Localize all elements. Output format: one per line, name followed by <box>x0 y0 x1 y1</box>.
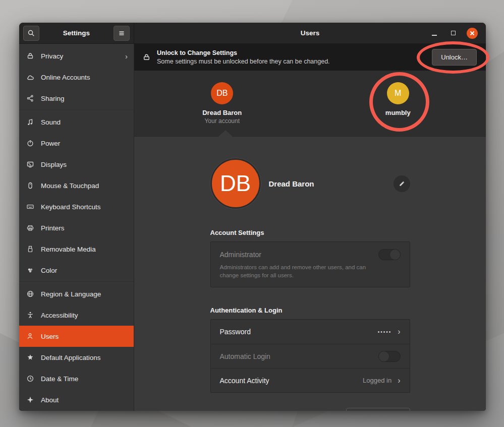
sidebar-item-printers[interactable]: Printers <box>19 217 134 238</box>
sparkle-icon <box>26 396 34 404</box>
sidebar-item-default-applications[interactable]: Default Applications <box>19 347 134 368</box>
sidebar-item-label: Removable Media <box>41 246 128 253</box>
window-controls <box>429 23 478 43</box>
lock-icon <box>26 52 34 60</box>
administrator-toggle[interactable] <box>378 249 401 260</box>
password-value: ••••• <box>378 329 392 335</box>
unlock-banner-text: Unlock to Change Settings Some settings … <box>157 49 330 66</box>
chevron-right-icon: › <box>398 377 400 385</box>
sidebar-item-label: Accessibility <box>41 312 128 319</box>
sidebar-item-region-language[interactable]: Region & Language <box>19 283 134 304</box>
sidebar-item-label: Sharing <box>41 95 128 102</box>
sidebar-item-about[interactable]: About <box>19 389 134 410</box>
toggle-knob <box>389 249 401 260</box>
sidebar-item-label: Keyboard Shortcuts <box>41 203 128 211</box>
primary-menu-button[interactable] <box>114 26 130 41</box>
administrator-label: Administrator <box>220 251 261 259</box>
close-button[interactable] <box>467 28 478 39</box>
sidebar-item-privacy[interactable]: Privacy › <box>19 45 134 67</box>
unlock-button[interactable]: Unlock… <box>432 49 477 66</box>
automatic-login-row: Automatic Login <box>211 344 410 368</box>
titlebar: Users <box>134 23 486 44</box>
administrator-row: Administrator Administrators can add and… <box>211 242 410 287</box>
pencil-icon <box>398 180 406 188</box>
edit-name-button[interactable] <box>394 175 410 192</box>
settings-window: Settings Users Privacy <box>19 23 486 411</box>
sidebar-item-label: Date & Time <box>41 375 128 383</box>
password-row[interactable]: Password ••••• › <box>211 320 410 344</box>
sidebar-item-keyboard-shortcuts[interactable]: Keyboard Shortcuts <box>19 196 134 217</box>
carousel-user-mumbly[interactable]: M mumbly <box>353 82 443 116</box>
account-settings-heading: Account Settings <box>210 229 410 236</box>
sidebar-item-online-accounts[interactable]: Online Accounts <box>19 67 134 88</box>
sidebar-item-label: Online Accounts <box>41 74 128 81</box>
sidebar-item-sharing[interactable]: Sharing <box>19 88 134 109</box>
remove-user-button[interactable]: Remove User… <box>346 408 410 411</box>
minimize-button[interactable] <box>429 28 439 38</box>
sidebar-item-label: Printers <box>41 224 128 232</box>
accessibility-person-icon <box>26 311 34 319</box>
color-dots-icon <box>26 266 34 274</box>
sidebar-item-mouse-touchpad[interactable]: Mouse & Touchpad <box>19 175 134 196</box>
profile-avatar[interactable]: DB <box>210 158 261 209</box>
globe-icon <box>26 290 34 298</box>
password-label: Password <box>220 328 251 336</box>
sidebar-item-label: Users <box>41 333 128 340</box>
lock-icon <box>142 53 151 62</box>
users-panel: Unlock to Change Settings Some settings … <box>134 44 486 411</box>
person-icon <box>26 332 34 340</box>
sidebar-item-label: Region & Language <box>41 290 128 298</box>
account-activity-row[interactable]: Account Activity Logged in › <box>211 368 410 392</box>
cloud-icon <box>26 73 34 81</box>
sidebar-item-removable-media[interactable]: Removable Media <box>19 238 134 260</box>
carousel-user-subtitle: Your account <box>204 117 240 125</box>
carousel-user-name: mumbly <box>385 109 411 116</box>
minimize-icon <box>432 35 437 36</box>
app-title: Settings <box>39 29 114 37</box>
search-button[interactable] <box>23 26 39 41</box>
chevron-right-icon: › <box>125 52 128 60</box>
user-details: DB Dread Baron Account Settings Admini <box>134 137 486 411</box>
avatar-dread-baron: DB <box>211 82 233 104</box>
account-activity-label: Account Activity <box>220 377 269 385</box>
sidebar-item-label: Privacy <box>41 52 119 60</box>
carousel-user-name: Dread Baron <box>202 109 242 116</box>
maximize-button[interactable] <box>448 28 458 38</box>
profile-row: DB Dread Baron <box>210 158 410 209</box>
user-carousel: DB Dread Baron Your account M mumbly <box>134 71 486 137</box>
carousel-user-dread-baron[interactable]: DB Dread Baron Your account <box>177 82 267 125</box>
chevron-right-icon: › <box>398 328 400 336</box>
sidebar-item-label: Power <box>41 140 128 147</box>
sidebar-item-label: About <box>41 396 128 404</box>
sidebar-item-sound[interactable]: Sound <box>19 111 134 133</box>
sidebar-item-power[interactable]: Power <box>19 133 134 154</box>
mouse-icon <box>26 181 34 190</box>
unlock-banner: Unlock to Change Settings Some settings … <box>134 44 486 71</box>
auth-login-heading: Authentication & Login <box>210 307 410 314</box>
sidebar-item-displays[interactable]: Displays <box>19 154 134 175</box>
automatic-login-toggle[interactable] <box>378 351 401 362</box>
sidebar-header: Settings <box>19 23 134 44</box>
desktop-background: Settings Users Privacy <box>0 0 504 427</box>
sidebar: Privacy › Online Accounts Sharing Sound … <box>19 44 134 411</box>
account-activity-value: Logged in <box>363 377 391 384</box>
remove-user-row: Remove User… <box>210 408 410 411</box>
administrator-description: Administrators can add and remove other … <box>220 264 376 279</box>
sidebar-item-accessibility[interactable]: Accessibility <box>19 304 134 326</box>
maximize-icon <box>451 31 456 35</box>
sidebar-item-label: Sound <box>41 118 128 126</box>
unlock-banner-subtitle: Some settings must be unlocked before th… <box>157 57 330 66</box>
sidebar-item-color[interactable]: Color <box>19 260 134 281</box>
hamburger-menu-icon <box>118 29 126 37</box>
auth-login-card: Password ••••• › Automatic Login <box>210 319 410 393</box>
sidebar-item-label: Displays <box>41 161 128 168</box>
profile-name: Dread Baron <box>269 179 314 188</box>
sidebar-item-date-time[interactable]: Date & Time <box>19 368 134 389</box>
sidebar-item-label: Mouse & Touchpad <box>41 182 128 190</box>
sidebar-item-label: Default Applications <box>41 354 128 361</box>
selected-user-pointer <box>218 130 233 137</box>
clock-icon <box>26 375 34 383</box>
sidebar-separator <box>19 110 134 110</box>
sidebar-item-users[interactable]: Users <box>19 326 134 347</box>
monitor-icon <box>26 160 34 168</box>
